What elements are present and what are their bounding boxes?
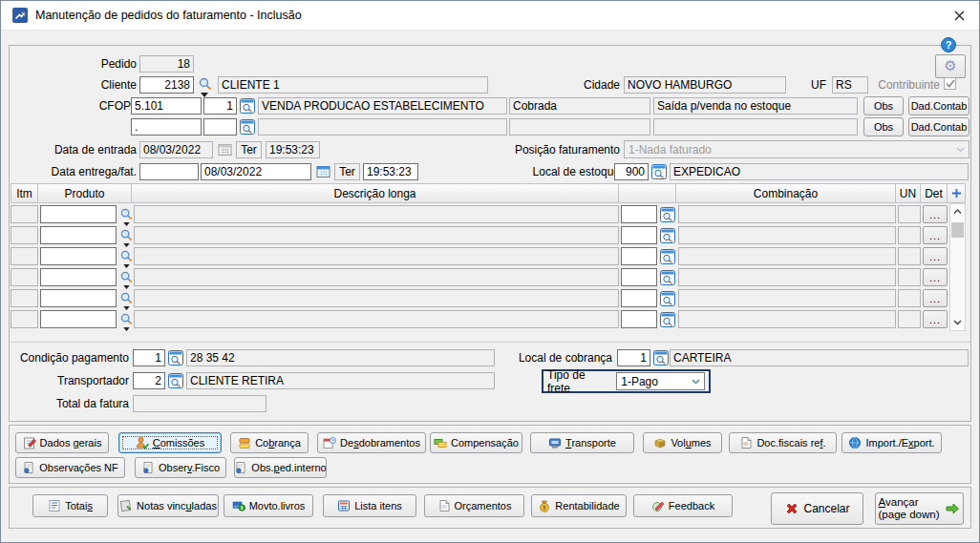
det-button[interactable]: ... [923,310,948,328]
lista-itens-button[interactable]: Lista itens [323,494,416,517]
tipo-frete-select[interactable]: 1-Pago [616,372,705,390]
combinacao-lookup-button[interactable] [659,290,676,307]
totais-button[interactable]: Totais [32,494,108,517]
cfop-code-field-1[interactable]: 5.101 [131,97,202,115]
orcamentos-button[interactable]: Orçamentos [424,494,524,517]
combinacao-lookup-button[interactable] [659,227,676,244]
search-icon[interactable] [118,248,134,263]
data-entrega-time-field[interactable]: 19:53:23 [363,163,418,180]
money-bag-icon [538,499,551,512]
dadcontab-button-2[interactable]: Dad.Contab [908,117,969,136]
tipo-frete-value: 1-Pago [621,375,658,388]
combinacao-lookup-button[interactable] [659,206,676,223]
table-row: ... [11,246,966,267]
produto-input[interactable] [40,205,117,223]
combinacao-code-input[interactable] [621,247,657,265]
condicao-code-field[interactable]: 1 [133,349,165,366]
movto-livros-button[interactable]: Movto.livros [224,494,313,517]
window-manutencao-pedidos: Manutenção de pedidos do faturamento - I… [0,0,980,543]
local-cobranca-lookup-button[interactable] [652,349,670,366]
tab-cobranca[interactable]: Cobrança [230,432,309,453]
det-button[interactable]: ... [923,268,948,286]
produto-input[interactable] [40,247,117,265]
descricao-cell [134,289,619,307]
produto-input[interactable] [40,310,117,328]
obs-button-2[interactable]: Obs [863,117,904,136]
tab-label: Cobrança [255,437,301,449]
cliente-name-field: CLIENTE 1 [218,76,488,94]
scroll-up-icon[interactable] [950,204,965,219]
chevron-down-icon[interactable] [122,326,130,331]
table-scrollbar[interactable] [949,203,966,331]
produto-input[interactable] [40,226,117,244]
transportador-lookup-button[interactable] [167,372,184,389]
search-icon[interactable] [118,269,134,284]
close-button[interactable] [943,1,975,30]
cliente-code-field[interactable]: 2138 [139,76,194,94]
tab-desdobramentos[interactable]: Desdobramentos [317,432,426,453]
det-button[interactable]: ... [923,289,948,307]
calendar-icon[interactable] [315,163,330,178]
data-entrega-extra-field[interactable] [139,163,199,180]
produto-input[interactable] [40,268,117,286]
dadcontab-button-1[interactable]: Dad.Contab [908,96,969,115]
cancelar-button[interactable]: Cancelar [771,492,863,525]
scroll-down-icon[interactable] [950,315,965,330]
scrollbar-thumb[interactable] [951,222,964,238]
search-icon[interactable] [118,206,134,221]
det-button[interactable]: ... [923,205,948,223]
cfop-seq-field-2[interactable] [203,118,237,136]
combinacao-code-input[interactable] [621,205,657,223]
transportador-code-field[interactable]: 2 [133,372,165,389]
combinacao-lookup-button[interactable] [659,248,676,265]
condicao-lookup-button[interactable] [167,349,184,366]
data-entrega-date-field[interactable]: 08/03/2022 [201,163,311,180]
button-label: Avançar (page down) [879,496,940,521]
tab-dados-gerais[interactable]: Dados gerais [15,432,109,453]
notas-vinculadas-button[interactable]: Notas vinculadas [117,494,219,517]
tab-volumes[interactable]: Volumes [643,432,722,453]
combinacao-lookup-button[interactable] [659,269,676,286]
local-estoque-code-field[interactable]: 900 [614,163,649,180]
combinacao-code-input[interactable] [621,289,657,307]
combinacao-code-input[interactable] [621,310,657,328]
feedback-button[interactable]: Feedback [633,494,733,517]
combinacao-code-input[interactable] [621,226,657,244]
local-estoque-lookup-button[interactable] [650,163,668,180]
combinacao-code-input[interactable] [621,268,657,286]
tab-doc-fiscais-ref[interactable]: Doc.fiscais ref. [729,432,837,453]
transportador-label: Transportador [11,374,129,387]
help-icon[interactable]: ? [941,37,956,52]
tab-import-export[interactable]: Import./Export. [842,432,942,453]
settings-button[interactable]: ⚙ [935,54,966,78]
det-button[interactable]: ... [923,247,948,265]
tab-observacoes-nf[interactable]: Observações NF [15,457,125,478]
cfop-code-field-2[interactable]: . [131,118,202,136]
obs-button-1[interactable]: Obs [863,96,904,115]
avancar-button[interactable]: Avançar (page down) [875,492,964,525]
search-icon[interactable] [198,76,213,92]
tab-obs-ped-interno[interactable]: Obs.ped.interno [234,457,327,478]
tab-compensacao[interactable]: Compensação [430,432,522,453]
search-icon[interactable] [118,290,134,305]
det-button[interactable]: ... [923,226,948,244]
search-icon[interactable] [118,227,134,242]
transport-icon [548,436,562,449]
local-cobranca-code-field[interactable]: 1 [617,349,650,366]
tab-observ-fisco[interactable]: Observ.Fisco [135,457,226,478]
cfop-cobrada-field-1: Cobrada [509,97,650,115]
produto-input[interactable] [40,289,117,307]
note-icon [141,461,155,474]
search-icon[interactable] [118,311,134,326]
cfop-lookup-button-1[interactable] [239,97,256,115]
combinacao-lookup-button[interactable] [659,311,676,328]
add-row-button[interactable] [947,183,966,203]
cfop-lookup-button-2[interactable] [239,118,256,136]
tab-comissoes[interactable]: Comissões [118,432,222,453]
data-entrada-weekday-field: Ter [236,141,262,158]
cfop-seq-field-1[interactable]: 1 [203,97,237,115]
data-entrada-label: Data de entrada [30,143,137,157]
button-label: Cancelar [803,502,849,515]
rentabilidade-button[interactable]: Rentabilidade [531,494,627,517]
tab-transporte[interactable]: Transporte [530,432,634,453]
